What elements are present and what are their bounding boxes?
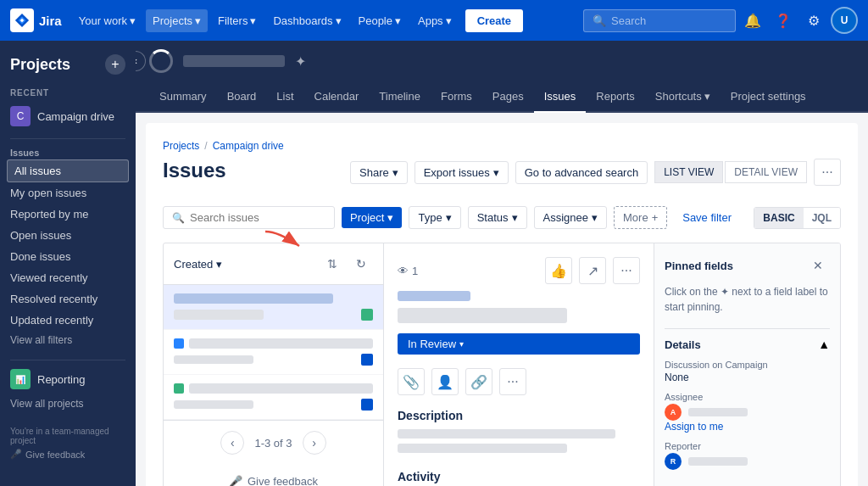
assignee-avatar-row: A <box>665 404 830 421</box>
more-filter-button[interactable]: More + <box>614 206 667 229</box>
nav-filters[interactable]: Filters ▾ <box>211 9 263 32</box>
sidebar-my-open-issues[interactable]: My open issues <box>0 182 136 204</box>
add-project-button[interactable]: + <box>105 54 125 75</box>
close-pinned-fields-button[interactable]: ✕ <box>806 254 830 277</box>
jira-logo-icon <box>10 8 34 32</box>
export-issues-button[interactable]: Export issues ▾ <box>415 161 509 184</box>
nav-projects[interactable]: Projects ▾ <box>146 9 208 32</box>
attach-button[interactable]: 📎 <box>398 368 425 395</box>
search-issues-field[interactable] <box>190 211 326 224</box>
tab-forms[interactable]: Forms <box>431 81 482 113</box>
assignee-filter-button[interactable]: Assignee ▾ <box>534 206 607 229</box>
prev-page-button[interactable]: ‹ <box>220 431 244 455</box>
description-title: Description <box>398 409 640 422</box>
sidebar-reporting[interactable]: 📊 Reporting <box>0 364 136 394</box>
breadcrumb-projects[interactable]: Projects <box>163 140 199 152</box>
jira-logo[interactable]: Jira <box>10 8 62 32</box>
help-button[interactable]: ❓ <box>770 7 797 34</box>
description-section: Description <box>398 409 640 453</box>
notifications-button[interactable]: 🔔 <box>739 7 766 34</box>
nav-your-work[interactable]: Your work ▾ <box>72 9 142 32</box>
feedback-button[interactable]: 🎤 Give feedback <box>164 465 383 486</box>
detail-view-button[interactable]: DETAIL VIEW <box>725 161 807 183</box>
watch-count: 👁 1 <box>398 265 418 277</box>
link-issue-button[interactable]: 👤 <box>431 368 459 395</box>
project-header: ‹ ✦ <box>136 41 868 81</box>
tab-project-settings[interactable]: Project settings <box>721 81 816 113</box>
settings-button[interactable]: ⚙ <box>800 7 827 34</box>
advanced-search-button[interactable]: Go to advanced search <box>515 161 648 184</box>
type-filter-button[interactable]: Type ▾ <box>409 206 460 229</box>
sidebar-reported-by-me[interactable]: Reported by me <box>0 204 136 225</box>
sidebar-collapse-button[interactable]: ‹ <box>136 51 146 71</box>
reporter-label: Reporter <box>665 441 830 451</box>
tab-pages[interactable]: Pages <box>482 81 534 113</box>
tab-calendar[interactable]: Calendar <box>304 81 370 113</box>
save-filter-button[interactable]: Save filter <box>674 207 740 228</box>
tab-issues[interactable]: Issues <box>534 81 587 113</box>
search-issues-input[interactable]: 🔍 <box>163 206 335 229</box>
detail-header-left: 👁 1 <box>398 265 418 277</box>
star-project-button[interactable]: ✦ <box>295 53 306 70</box>
sidebar-done-issues[interactable]: Done issues <box>0 246 136 267</box>
issue-row[interactable] <box>164 285 383 330</box>
sidebar-title: Projects <box>10 56 70 74</box>
jql-mode-button[interactable]: JQL <box>804 208 840 228</box>
like-button[interactable]: 👍 <box>545 257 572 284</box>
jira-brand-text: Jira <box>39 14 62 28</box>
tab-board[interactable]: Board <box>217 81 267 113</box>
description-text <box>398 444 567 453</box>
tab-reports[interactable]: Reports <box>586 81 645 113</box>
share-button[interactable]: Share ▾ <box>350 161 408 184</box>
status-filter-button[interactable]: Status ▾ <box>468 206 527 229</box>
reporter-avatar: R <box>665 453 682 470</box>
jql-basic-toggle: BASIC JQL <box>754 207 841 229</box>
tab-summary[interactable]: Summary <box>149 81 217 113</box>
sort-order-button[interactable]: ⇅ <box>320 252 344 276</box>
tab-navigation: Summary Board List Calendar Timeline For… <box>136 81 868 113</box>
sidebar-updated-recently[interactable]: Updated recently <box>0 310 136 331</box>
issue-row[interactable] <box>164 330 383 375</box>
sidebar-feedback-link[interactable]: 🎤 Give feedback <box>10 449 125 460</box>
nav-people[interactable]: People ▾ <box>352 9 408 32</box>
user-avatar[interactable]: U <box>831 7 858 34</box>
status-button[interactable]: In Review ▾ <box>398 333 640 355</box>
chevron-down-icon: ▾ <box>336 14 342 27</box>
discussion-value: None <box>665 371 830 383</box>
tab-list[interactable]: List <box>266 81 303 113</box>
issue-row[interactable] <box>164 375 383 420</box>
sidebar-open-issues[interactable]: Open issues <box>0 225 136 246</box>
more-options-button[interactable]: ··· <box>814 159 841 186</box>
assignee-name-blurred <box>688 408 748 416</box>
project-filter-button[interactable]: Project ▾ <box>342 207 402 228</box>
issue-key-blurred <box>398 291 470 301</box>
search-bar[interactable]: 🔍 Search <box>583 9 736 32</box>
list-view-button[interactable]: LIST VIEW <box>654 161 723 183</box>
issues-split-panel: Created ▾ ⇅ ↻ <box>163 243 841 486</box>
sidebar-project-campaign[interactable]: C Campaign drive <box>0 101 136 131</box>
view-all-filters-link[interactable]: View all filters <box>0 331 136 349</box>
page-title: Issues <box>163 159 226 182</box>
create-button[interactable]: Create <box>465 9 523 32</box>
nav-dashboards[interactable]: Dashboards ▾ <box>266 9 348 32</box>
sidebar-resolved-recently[interactable]: Resolved recently <box>0 288 136 310</box>
sort-button[interactable]: Created ▾ <box>174 258 222 271</box>
list-panel-header: Created ▾ ⇅ ↻ <box>164 243 383 285</box>
more-actions-button[interactable]: ··· <box>499 368 526 395</box>
refresh-button[interactable]: ↻ <box>349 252 373 276</box>
details-accordion-header[interactable]: Details ▲ <box>665 329 830 360</box>
tab-timeline[interactable]: Timeline <box>369 81 431 113</box>
basic-mode-button[interactable]: BASIC <box>754 208 803 228</box>
sidebar-viewed-recently[interactable]: Viewed recently <box>0 267 136 288</box>
nav-apps[interactable]: Apps ▾ <box>411 9 459 32</box>
view-all-projects-link[interactable]: View all projects <box>0 394 136 413</box>
assign-to-me-link[interactable]: Assign to me <box>665 421 830 433</box>
share-issue-button[interactable]: ↗ <box>579 257 606 284</box>
chevron-up-icon: ▲ <box>818 338 830 351</box>
copy-link-button[interactable]: 🔗 <box>465 368 492 395</box>
breadcrumb-project-name[interactable]: Campaign drive <box>213 140 284 152</box>
sidebar-all-issues[interactable]: All issues <box>7 159 129 182</box>
next-page-button[interactable]: › <box>303 431 326 455</box>
more-issue-options[interactable]: ··· <box>613 257 640 284</box>
tab-shortcuts[interactable]: Shortcuts ▾ <box>645 81 721 113</box>
